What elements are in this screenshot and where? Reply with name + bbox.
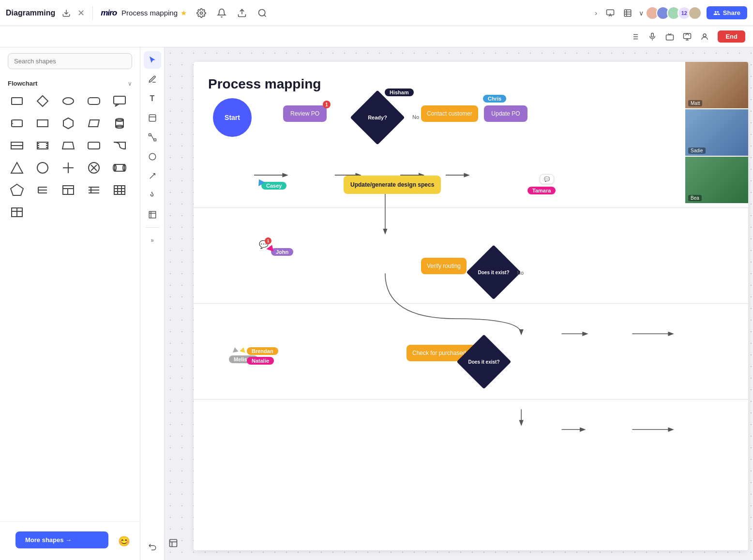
table-button[interactable]	[621, 7, 634, 19]
chevron-down-icon: ∨	[128, 80, 132, 87]
app-title: Diagramming	[6, 9, 55, 17]
svg-rect-6	[624, 10, 631, 16]
shape-rectangle[interactable]	[8, 92, 26, 110]
shape-triangle[interactable]	[8, 159, 26, 177]
shape-circle[interactable]	[33, 159, 52, 177]
present-button[interactable]	[604, 7, 617, 19]
svg-rect-75	[154, 139, 156, 141]
svg-rect-72	[149, 115, 156, 121]
casey-label: Casey	[261, 182, 286, 190]
handwriting-button[interactable]	[144, 187, 161, 204]
shapes-grid	[8, 92, 132, 221]
update-design-node[interactable]: Update/generate design specs	[344, 176, 441, 194]
board-title: Process mapping ★	[121, 9, 187, 17]
svg-point-1	[200, 12, 203, 14]
shape-bracket-list[interactable]	[33, 181, 52, 199]
ready-diamond-text: Ready?	[358, 98, 397, 137]
canvas-area[interactable]: Process mapping	[165, 47, 753, 560]
no-label-2: No	[517, 270, 524, 276]
svg-rect-18	[666, 35, 674, 40]
shape-half-round[interactable]	[110, 136, 129, 155]
shape-pentagon[interactable]	[8, 181, 26, 199]
shape-parallelogram[interactable]	[85, 114, 103, 133]
shapes-section: Flowchart ∨	[0, 75, 140, 521]
shape-rect-simple[interactable]	[33, 114, 52, 133]
pen-tool-button[interactable]	[144, 71, 161, 88]
shape-stadium[interactable]	[110, 159, 129, 177]
shape-tree-list[interactable]	[85, 181, 103, 199]
more-options-button[interactable]: ∨	[639, 9, 644, 17]
shape-plus[interactable]	[59, 159, 77, 177]
share-button[interactable]: Share	[707, 6, 747, 19]
camera-button[interactable]	[665, 32, 674, 41]
note-tool-button[interactable]	[144, 109, 161, 127]
shape-cylinder[interactable]	[110, 114, 129, 133]
video-tile-bea: Bea	[685, 157, 748, 203]
svg-rect-79	[149, 211, 156, 218]
does-exist-2-text: Does it exist?	[465, 342, 503, 381]
upload-button[interactable]	[235, 6, 249, 20]
search-input[interactable]	[8, 53, 132, 69]
shape-callout[interactable]	[110, 92, 129, 110]
notification-badge: 1	[323, 101, 331, 108]
person-button[interactable]	[700, 32, 709, 41]
shape-filmstrip[interactable]	[33, 136, 52, 155]
shape-rounded-corners[interactable]	[85, 136, 103, 155]
shape-table[interactable]	[110, 181, 129, 199]
left-panel: Flowchart ∨	[0, 47, 140, 560]
cursor-brendan	[240, 347, 246, 353]
svg-rect-16	[651, 33, 654, 37]
emoji-button[interactable]: 😊	[116, 533, 132, 549]
shape-curved-rect[interactable]	[8, 114, 26, 133]
shape-oval[interactable]	[59, 92, 77, 110]
more-shapes-button[interactable]: More shapes →	[15, 531, 108, 548]
comment-bubble-1: 💬	[540, 174, 554, 184]
verify-routing-node[interactable]: Verify routing	[421, 258, 467, 274]
close-panel-button[interactable]: ✕	[77, 8, 85, 18]
does-exist-1-text: Does it exist?	[474, 253, 513, 292]
shape-rounded-rect[interactable]	[85, 92, 103, 110]
svg-point-3	[259, 9, 265, 15]
back-button[interactable]: ›	[593, 7, 599, 19]
connector-tool-button[interactable]	[144, 129, 161, 146]
svg-point-23	[63, 98, 74, 104]
undo-button[interactable]	[144, 539, 161, 556]
pointer-tools-button[interactable]	[631, 32, 639, 41]
shape-trapezoid[interactable]	[59, 136, 77, 155]
flowchart-section-header[interactable]: Flowchart ∨	[8, 80, 132, 87]
export-button[interactable]	[60, 7, 73, 19]
star-icon[interactable]: ★	[181, 9, 187, 17]
cursor-tool-button[interactable]	[144, 51, 161, 69]
svg-marker-42	[11, 162, 23, 173]
notifications-button[interactable]	[215, 6, 228, 20]
review-po-node[interactable]: Review PO 1	[283, 105, 327, 122]
board-frame: Process mapping	[194, 62, 748, 550]
left-panel-bottom: More shapes → 😊	[0, 521, 140, 560]
start-node[interactable]: Start	[213, 98, 252, 137]
right-toolbar: T »	[140, 47, 165, 560]
microphone-button[interactable]	[648, 32, 657, 41]
shape-diamond[interactable]	[33, 92, 52, 110]
more-tools-button[interactable]: »	[144, 232, 161, 249]
shapes-tool-button[interactable]	[144, 148, 161, 165]
shape-hexagon[interactable]	[59, 114, 77, 133]
search-button[interactable]	[256, 6, 269, 20]
svg-rect-74	[149, 134, 151, 136]
text-tool-button[interactable]: T	[144, 90, 161, 107]
frame-button[interactable]	[144, 206, 161, 223]
contact-customer-node[interactable]: Contact customer	[421, 105, 478, 122]
shape-nested-list[interactable]	[59, 181, 77, 199]
line-tool-button[interactable]	[144, 167, 161, 185]
shape-double-bar[interactable]	[8, 136, 26, 155]
settings-button[interactable]	[195, 6, 208, 20]
video-tile-sadie: Sadie	[685, 109, 748, 156]
end-button[interactable]: End	[718, 30, 745, 43]
miro-logo: miro	[101, 8, 117, 18]
does-exist-2-wrapper: Does it exist?	[465, 342, 503, 381]
screen-share-button[interactable]	[683, 32, 692, 41]
layout-toggle-button[interactable]	[168, 538, 178, 550]
shape-table-simple[interactable]	[8, 203, 26, 221]
svg-rect-21	[12, 98, 22, 104]
update-po-node[interactable]: Update PO	[484, 105, 527, 122]
shape-x-circle[interactable]	[85, 159, 103, 177]
